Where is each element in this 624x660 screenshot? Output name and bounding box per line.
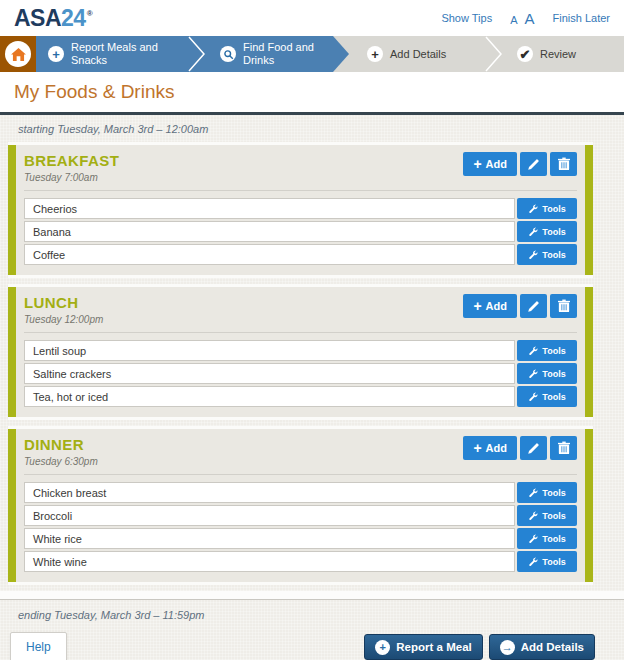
meal-right-bar	[585, 429, 593, 582]
list-footer-strip	[0, 591, 624, 600]
meal-title: BREAKFAST	[24, 152, 119, 169]
wrench-icon	[528, 534, 538, 544]
add-food-button[interactable]: + Add	[463, 294, 517, 318]
meal-left-bar	[8, 145, 16, 275]
wrench-icon	[528, 227, 538, 237]
meal-header-text: BREAKFAST Tuesday 7:00am	[24, 152, 119, 183]
meal-header: LUNCH Tuesday 12:00pm + Add	[24, 294, 577, 325]
plus-icon: +	[473, 299, 481, 313]
tools-button-label: Tools	[542, 369, 565, 379]
day-start-note: starting Tuesday, March 3rd – 12:00am	[0, 115, 624, 142]
meal-body: BREAKFAST Tuesday 7:00am + Add	[16, 145, 585, 275]
wrench-icon	[528, 392, 538, 402]
meal-header: DINNER Tuesday 6:30pm + Add	[24, 436, 577, 467]
food-row: Banana Tools	[24, 221, 577, 242]
tools-button[interactable]: Tools	[517, 363, 577, 384]
food-name[interactable]: Lentil soup	[24, 340, 515, 361]
meal-title: DINNER	[24, 436, 98, 453]
step-label: Report Meals and Snacks	[71, 41, 173, 66]
food-name[interactable]: Coffee	[24, 244, 515, 265]
food-row: Saltine crackers Tools	[24, 363, 577, 384]
meal-section: LUNCH Tuesday 12:00pm + Add	[8, 284, 593, 420]
food-name[interactable]: White wine	[24, 551, 515, 572]
tools-button[interactable]: Tools	[517, 482, 577, 503]
wrench-icon	[528, 511, 538, 521]
plus-icon: +	[473, 157, 481, 171]
food-name[interactable]: White rice	[24, 528, 515, 549]
asa24-logo: ASA24®	[14, 5, 92, 32]
tools-button[interactable]: Tools	[517, 386, 577, 407]
trash-icon	[558, 441, 570, 455]
tools-button[interactable]: Tools	[517, 221, 577, 242]
meal-body: DINNER Tuesday 6:30pm + Add	[16, 429, 585, 582]
step-report-meals[interactable]: + Report Meals and Snacks	[36, 36, 186, 72]
meal-section: DINNER Tuesday 6:30pm + Add	[8, 426, 593, 585]
tools-button-label: Tools	[542, 392, 565, 402]
add-food-button[interactable]: + Add	[463, 152, 517, 176]
font-size-controls: A A	[510, 10, 534, 27]
meal-time: Tuesday 12:00pm	[24, 314, 103, 325]
plus-icon: +	[473, 441, 481, 455]
report-a-meal-button[interactable]: + Report a Meal	[364, 634, 482, 660]
step-add-details[interactable]: + Add Details	[355, 36, 483, 72]
food-name[interactable]: Saltine crackers	[24, 363, 515, 384]
day-end-note: ending Tuesday, March 3rd – 11:59pm	[18, 609, 624, 621]
meal-buttons: + Add	[463, 436, 577, 460]
delete-meal-button[interactable]	[550, 152, 577, 176]
tools-button-label: Tools	[542, 511, 565, 521]
meal-header-text: LUNCH Tuesday 12:00pm	[24, 294, 103, 325]
report-a-meal-label: Report a Meal	[396, 641, 471, 653]
page-title: My Foods & Drinks	[14, 81, 174, 103]
add-button-label: Add	[486, 158, 507, 170]
wrench-icon	[528, 250, 538, 260]
food-name[interactable]: Banana	[24, 221, 515, 242]
edit-meal-button[interactable]	[520, 152, 547, 176]
add-details-button[interactable]: → Add Details	[489, 634, 595, 660]
tools-button[interactable]: Tools	[517, 244, 577, 265]
arrow-right-icon: →	[500, 640, 515, 655]
home-button[interactable]	[0, 36, 36, 72]
logo-text-primary: ASA	[14, 5, 61, 31]
food-row: White rice Tools	[24, 528, 577, 549]
trash-icon	[558, 157, 570, 171]
tools-button-label: Tools	[542, 204, 565, 214]
food-rows: Cheerios Tools Banana Tools Coffee Tools	[24, 198, 577, 265]
step-label: Find Food and Drinks	[243, 41, 327, 66]
home-icon	[5, 41, 31, 67]
meal-header: BREAKFAST Tuesday 7:00am + Add	[24, 152, 577, 183]
food-rows: Chicken breast Tools Broccoli Tools Whit…	[24, 482, 577, 572]
plus-circle-icon: +	[375, 640, 390, 655]
arrow-separator-icon	[333, 36, 355, 72]
delete-meal-button[interactable]	[550, 436, 577, 460]
tools-button[interactable]: Tools	[517, 198, 577, 219]
food-row: Chicken breast Tools	[24, 482, 577, 503]
edit-meal-button[interactable]	[520, 436, 547, 460]
food-name[interactable]: Tea, hot or iced	[24, 386, 515, 407]
font-size-small-button[interactable]: A	[510, 14, 517, 26]
tools-button[interactable]: Tools	[517, 551, 577, 572]
edit-meal-button[interactable]	[520, 294, 547, 318]
help-button[interactable]: Help	[10, 632, 67, 660]
show-tips-link[interactable]: Show Tips	[441, 12, 492, 24]
plus-icon: +	[367, 46, 383, 62]
meal-separator	[24, 190, 577, 191]
header-links: Show Tips A A Finish Later	[441, 10, 610, 27]
trash-icon	[558, 299, 570, 313]
food-name[interactable]: Broccoli	[24, 505, 515, 526]
add-food-button[interactable]: + Add	[463, 436, 517, 460]
meal-title: LUNCH	[24, 294, 103, 311]
food-name[interactable]: Cheerios	[24, 198, 515, 219]
finish-later-link[interactable]: Finish Later	[553, 12, 610, 24]
delete-meal-button[interactable]	[550, 294, 577, 318]
font-size-large-button[interactable]: A	[525, 10, 535, 27]
top-header: ASA24® Show Tips A A Finish Later	[0, 0, 624, 36]
add-button-label: Add	[486, 300, 507, 312]
step-review[interactable]: ✔ Review	[505, 36, 624, 72]
plus-icon: +	[48, 46, 64, 62]
tools-button[interactable]: Tools	[517, 528, 577, 549]
tools-button[interactable]: Tools	[517, 505, 577, 526]
step-find-food[interactable]: Find Food and Drinks	[208, 36, 333, 72]
pencil-icon	[527, 158, 540, 171]
tools-button[interactable]: Tools	[517, 340, 577, 361]
food-name[interactable]: Chicken breast	[24, 482, 515, 503]
